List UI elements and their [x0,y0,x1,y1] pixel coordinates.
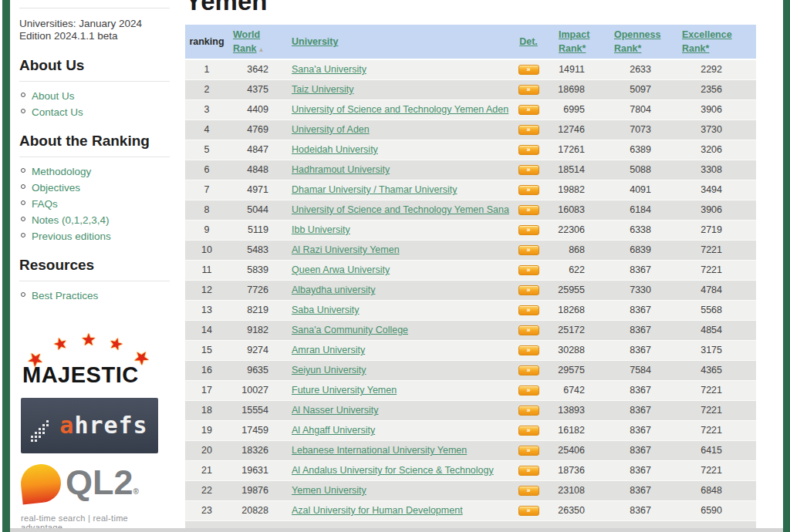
details-button[interactable]: » [518,506,539,516]
cell-ranking: 5 [185,140,228,160]
header-excellence-rank[interactable]: Excellence Rank* [671,25,756,59]
university-link[interactable]: Saba University [292,305,360,315]
details-button[interactable]: » [518,406,539,416]
table-row: 4 4769 University of Aden » 12746 7073 3… [185,120,756,140]
cell-university: Al Andalus University for Science & Tech… [281,460,509,480]
sidebar-item-objectives[interactable]: Objectives [19,180,170,194]
details-button[interactable]: » [518,185,539,195]
cell-excellence-rank: 3906 [671,99,756,120]
contact-us-link[interactable]: Contact Us [32,106,83,118]
university-link[interactable]: Future University Yemen [292,385,397,396]
details-button[interactable]: » [518,285,539,295]
sidebar-item-previous-editions[interactable]: Previous editions [19,229,170,243]
university-link[interactable]: Taiz University [292,84,354,95]
sidebar-item-methodology[interactable]: Methodology [19,164,170,178]
university-link[interactable]: Lebanese International University Yemen [292,445,467,456]
university-link[interactable]: Seiyun University [292,365,366,375]
university-link[interactable]: University of Science and Technology Yem… [292,104,508,115]
sidebar-list-about-us: About Us Contact Us [19,89,170,119]
details-button[interactable]: » [518,345,539,355]
ahrefs-logo[interactable]: ahrefs [21,398,158,453]
sort-ascending-icon: ▲ [258,45,265,55]
details-button[interactable]: » [518,85,539,95]
university-link[interactable]: Amran University [292,345,365,355]
cell-university: Dhamar University / Thamar University [281,180,509,200]
cell-world-rank: 15554 [228,400,281,420]
notes-link[interactable]: Notes (0,1,2,3,4) [32,214,110,226]
university-link[interactable]: Al Ahgaff University [292,425,375,436]
university-link[interactable]: Hadhramout University [292,164,390,175]
header-openness-rank[interactable]: Openness Rank* [603,25,671,59]
details-button[interactable]: » [518,205,539,215]
cell-openness-rank: 4091 [603,180,671,200]
details-button[interactable]: » [518,466,539,476]
details-button[interactable]: » [518,486,539,496]
details-button[interactable]: » [518,225,539,235]
cell-ranking: 12 [185,280,228,300]
university-link[interactable]: Ibb University [292,224,350,235]
cell-impact-rank: 868 [548,240,603,260]
table-row: 13 8219 Saba University » 18268 8367 556… [185,300,756,320]
best-practices-link[interactable]: Best Practices [32,290,98,301]
university-link[interactable]: Hodeidah University [292,144,378,155]
cell-det: » [509,79,548,99]
objectives-link[interactable]: Objectives [32,182,80,194]
header-university[interactable]: University [281,25,509,59]
ql2-leaf-icon [19,462,63,504]
details-button[interactable]: » [518,245,539,255]
cell-excellence-rank: 3206 [671,140,756,160]
cell-det: » [509,140,548,160]
cell-det: » [509,200,548,220]
majestic-logo[interactable]: ★ ★ ★ ★ ★ MAJESTIC [22,325,161,387]
details-button[interactable]: » [518,65,539,75]
details-button[interactable]: » [518,165,539,175]
cell-university: University of Science and Technology Yem… [281,99,509,120]
cell-world-rank: 4971 [228,180,281,200]
details-button[interactable]: » [518,365,539,375]
header-det[interactable]: Det. [509,25,548,59]
university-link[interactable]: University of Aden [292,124,370,135]
university-link[interactable]: Sana'a Community College [292,325,408,335]
details-button[interactable]: » [518,446,539,456]
previous-editions-link[interactable]: Previous editions [32,231,111,242]
sidebar-item-notes[interactable]: Notes (0,1,2,3,4) [19,213,170,227]
sidebar-item-best-practices[interactable]: Best Practices [19,288,170,302]
cell-ranking: 21 [185,460,228,480]
details-button[interactable]: » [518,105,539,115]
cell-openness-rank: 8367 [603,320,671,340]
sidebar-item-contact-us[interactable]: Contact Us [19,105,170,119]
cell-excellence-rank: 3906 [671,200,756,220]
cell-university: Seiyun University [281,360,509,380]
cell-det: » [509,220,548,240]
table-row: 23 20828 Azal University for Human Devel… [185,500,756,520]
cell-det: » [509,180,548,200]
cell-excellence-rank: 4365 [671,360,756,380]
faqs-link[interactable]: FAQs [32,198,58,210]
about-us-link[interactable]: About Us [32,90,75,102]
cell-world-rank: 3642 [228,59,281,79]
details-button[interactable]: » [518,426,539,436]
university-link[interactable]: Al Andalus University for Science & Tech… [292,465,494,476]
university-link[interactable]: Al Razi University Yemen [292,244,400,255]
university-link[interactable]: Albaydha university [292,285,375,295]
details-button[interactable]: » [518,305,539,315]
methodology-link[interactable]: Methodology [32,166,91,177]
details-button[interactable]: » [518,386,539,396]
header-impact-rank[interactable]: Impact Rank* [548,25,603,59]
university-link[interactable]: Yemen University [292,485,366,496]
sidebar-item-about-us[interactable]: About Us [19,89,170,103]
edition-line-2: Edition 2024.1.1 beta [19,30,170,42]
details-button[interactable]: » [518,325,539,335]
ql2-logo[interactable]: QL2® real-time search | real-time advant… [21,463,167,532]
university-link[interactable]: Al Nasser University [292,405,379,416]
university-link[interactable]: University of Science and Technology Yem… [292,204,509,215]
university-link[interactable]: Sana'a University [292,64,366,75]
header-world-rank[interactable]: World Rank▲ [228,25,281,59]
university-link[interactable]: Dhamar University / Thamar University [292,184,457,195]
university-link[interactable]: Queen Arwa University [292,264,390,275]
details-button[interactable]: » [518,125,539,135]
details-button[interactable]: » [518,145,539,155]
university-link[interactable]: Azal University for Human Development [292,505,463,516]
sidebar-item-faqs[interactable]: FAQs [19,197,170,210]
details-button[interactable]: » [518,265,539,275]
